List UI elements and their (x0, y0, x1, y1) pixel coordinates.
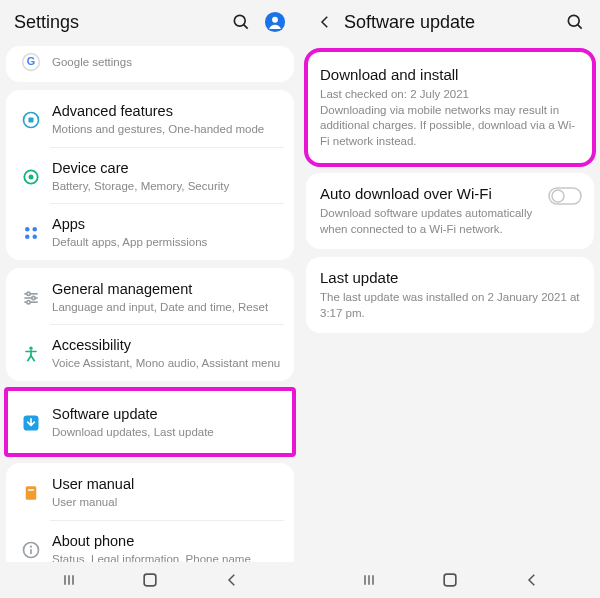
card-download-install-sub: Last checked on: 2 July 2021 Downloading… (320, 87, 580, 149)
row-general-management-title: General management (52, 280, 284, 298)
card-last-update-sub: The last update was installed on 2 Janua… (320, 290, 580, 321)
nav-recents-right[interactable] (356, 567, 382, 593)
row-google[interactable]: G Google settings (6, 46, 294, 82)
settings-card-2: General management Language and input, D… (6, 268, 294, 381)
row-software-update-sub: Download updates, Last update (52, 425, 284, 439)
row-user-manual[interactable]: User manual User manual (6, 463, 294, 520)
svg-point-0 (234, 15, 245, 26)
svg-rect-27 (28, 490, 34, 492)
settings-header: Settings (0, 0, 300, 44)
svg-line-24 (31, 356, 34, 361)
software-update-header: Software update (300, 0, 600, 44)
row-google-sub: Google settings (52, 55, 284, 69)
software-update-pane: Software update Download and install Las… (300, 0, 600, 598)
user-manual-icon (21, 483, 41, 503)
row-user-manual-title: User manual (52, 475, 284, 493)
apps-icon (21, 223, 41, 243)
general-management-icon (21, 288, 41, 308)
row-general-management-sub: Language and input, Date and time, Reset (52, 300, 284, 314)
svg-rect-26 (26, 487, 37, 501)
search-icon[interactable] (230, 11, 252, 33)
settings-card-3: User manual User manual About phone Stat… (6, 463, 294, 562)
svg-text:G: G (27, 55, 35, 67)
nav-bar-left (0, 562, 300, 598)
svg-point-12 (25, 235, 30, 240)
software-update-icon (21, 413, 41, 433)
svg-rect-42 (444, 574, 456, 586)
settings-card-software-update: Software update Download updates, Last u… (6, 389, 294, 456)
svg-point-35 (568, 15, 579, 26)
back-icon[interactable] (314, 11, 336, 33)
nav-home[interactable] (137, 567, 163, 593)
advanced-features-icon (21, 110, 41, 130)
row-advanced-features-title: Advanced features (52, 102, 284, 120)
row-apps-sub: Default apps, App permissions (52, 235, 284, 249)
card-download-install-title: Download and install (320, 66, 580, 83)
card-auto-download-sub: Download software updates automatically … (320, 206, 580, 237)
nav-recents[interactable] (56, 567, 82, 593)
row-software-update-title: Software update (52, 405, 284, 423)
svg-rect-34 (144, 574, 156, 586)
nav-home-right[interactable] (437, 567, 463, 593)
nav-bar-right (300, 562, 600, 598)
google-icon: G (21, 52, 41, 72)
svg-point-18 (32, 296, 35, 299)
svg-point-3 (272, 17, 278, 23)
nav-back-right[interactable] (519, 567, 545, 593)
row-user-manual-sub: User manual (52, 495, 284, 509)
row-apps-title: Apps (52, 215, 284, 233)
svg-point-38 (552, 190, 564, 202)
card-auto-download-title: Auto download over Wi-Fi (320, 185, 580, 202)
card-last-update[interactable]: Last update The last update was installe… (306, 257, 594, 333)
card-auto-download[interactable]: Auto download over Wi-Fi Download softwa… (306, 173, 594, 249)
svg-point-19 (27, 300, 30, 303)
svg-point-29 (30, 545, 32, 547)
row-accessibility[interactable]: Accessibility Voice Assistant, Mono audi… (6, 324, 294, 381)
row-advanced-features-sub: Motions and gestures, One-handed mode (52, 122, 284, 136)
card-download-install[interactable]: Download and install Last checked on: 2 … (306, 50, 594, 165)
row-general-management[interactable]: General management Language and input, D… (6, 268, 294, 325)
svg-rect-30 (30, 549, 32, 554)
row-accessibility-sub: Voice Assistant, Mono audio, Assistant m… (52, 356, 284, 370)
search-icon-right[interactable] (564, 11, 586, 33)
svg-point-17 (27, 292, 30, 295)
auto-download-toggle[interactable] (548, 187, 582, 205)
svg-point-9 (29, 174, 34, 179)
settings-card-1: Advanced features Motions and gestures, … (6, 90, 294, 260)
svg-rect-7 (29, 118, 34, 123)
settings-pane: Settings G Google settings (0, 0, 300, 598)
software-update-title: Software update (344, 12, 552, 33)
svg-line-1 (244, 25, 248, 29)
accessibility-icon (21, 344, 41, 364)
svg-line-36 (578, 25, 582, 29)
card-last-update-title: Last update (320, 269, 580, 286)
svg-point-20 (29, 347, 32, 350)
row-about-phone-title: About phone (52, 532, 284, 550)
row-device-care-sub: Battery, Storage, Memory, Security (52, 179, 284, 193)
settings-card-0: G Google settings (6, 46, 294, 82)
nav-back[interactable] (219, 567, 245, 593)
row-accessibility-title: Accessibility (52, 336, 284, 354)
row-advanced-features[interactable]: Advanced features Motions and gestures, … (6, 90, 294, 147)
svg-point-11 (33, 227, 38, 232)
account-icon[interactable] (264, 11, 286, 33)
about-phone-icon (21, 540, 41, 560)
settings-title: Settings (14, 12, 218, 33)
row-apps[interactable]: Apps Default apps, App permissions (6, 203, 294, 260)
svg-point-13 (33, 235, 38, 240)
row-about-phone[interactable]: About phone Status, Legal information, P… (6, 520, 294, 563)
device-care-icon (21, 167, 41, 187)
row-about-phone-sub: Status, Legal information, Phone name (52, 552, 284, 562)
svg-point-10 (25, 227, 30, 232)
row-device-care-title: Device care (52, 159, 284, 177)
row-software-update[interactable]: Software update Download updates, Last u… (6, 389, 294, 456)
row-device-care[interactable]: Device care Battery, Storage, Memory, Se… (6, 147, 294, 204)
